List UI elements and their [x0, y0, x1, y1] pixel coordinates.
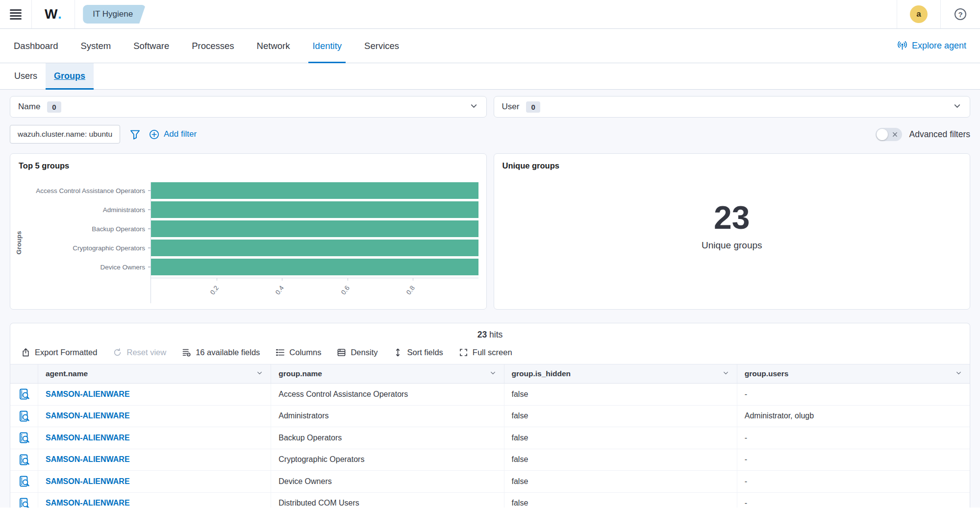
subtab-users[interactable]: Users [6, 63, 46, 89]
group-name-cell: Access Control Assistance Operators [271, 384, 503, 405]
unique-groups-label: Unique groups [494, 240, 970, 251]
name-filter-count-badge: 0 [47, 101, 61, 113]
hamburger-menu-icon [10, 9, 22, 20]
chart-title: Top 5 groups [10, 154, 486, 170]
column-header-agent-name[interactable]: agent.name [38, 364, 271, 383]
user-avatar[interactable]: a [910, 5, 928, 23]
bar[interactable] [151, 182, 478, 199]
inspect-row-button[interactable] [10, 471, 38, 492]
group-is-hidden-cell: false [504, 384, 737, 405]
user-filter-count-badge: 0 [526, 101, 540, 113]
hits-number: 23 [477, 330, 487, 339]
wazuh-logo[interactable]: W. [32, 6, 75, 22]
column-header-group-is-hidden[interactable]: group.is_hidden [504, 364, 737, 383]
group-users-cell: - [737, 471, 970, 492]
advanced-filters-toggle[interactable] [876, 128, 902, 141]
group-name-cell: Cryptographic Operators [271, 449, 503, 471]
inspect-row-button[interactable] [10, 493, 38, 508]
x-tick-label: 0.8 [398, 284, 416, 305]
agent-name-link[interactable]: SAMSON-ALIENWARE [46, 434, 130, 442]
columns-button[interactable]: Columns [276, 348, 321, 357]
sort-fields-button[interactable]: Sort fields [393, 348, 443, 357]
explore-agent-label: Explore agent [912, 41, 966, 51]
chevron-down-icon [955, 369, 962, 379]
add-filter-button[interactable]: Add filter [149, 129, 197, 140]
table-row: SAMSON-ALIENWARE Backup Operators false … [10, 427, 970, 449]
tab-network[interactable]: Network [257, 29, 290, 63]
groups-table-panel: 23 hits Export Formatted Reset view 16 a… [10, 323, 970, 508]
it-hygiene-breadcrumb-badge[interactable]: IT Hygiene [83, 5, 146, 24]
table-header-row: agent.name group.name group.is_hidden gr… [10, 364, 970, 384]
available-fields-button[interactable]: 16 available fields [182, 348, 260, 357]
group-name-cell: Device Owners [271, 471, 503, 492]
top-header: W. IT Hygiene a ? [0, 0, 980, 29]
funnel-icon [130, 129, 140, 140]
chevron-down-icon [469, 101, 478, 113]
subtab-groups[interactable]: Groups [46, 63, 94, 89]
filter-funnel-button[interactable] [130, 129, 140, 140]
help-icon[interactable]: ? [955, 8, 966, 20]
tab-software[interactable]: Software [133, 29, 169, 63]
advanced-filters-label: Advanced filters [909, 129, 970, 140]
plus-circle-icon [149, 129, 159, 140]
user-filter-label: User [502, 102, 520, 112]
density-button[interactable]: Density [337, 348, 377, 357]
logo-dot: . [58, 6, 62, 22]
agent-name-link[interactable]: SAMSON-ALIENWARE [46, 390, 130, 399]
bar-chart-labels: Access Control Assistance OperatorsAdmin… [27, 182, 151, 303]
tab-services[interactable]: Services [364, 29, 399, 63]
name-filter-label: Name [18, 102, 40, 112]
agent-name-link[interactable]: SAMSON-ALIENWARE [46, 477, 130, 486]
column-header-group-name[interactable]: group.name [271, 364, 503, 383]
chevron-down-icon [256, 369, 263, 379]
bar[interactable] [151, 259, 478, 275]
hamburger-menu-button[interactable] [0, 0, 31, 28]
bar-chart-plot: 0.20.40.60.8 [151, 182, 478, 303]
group-is-hidden-cell: false [504, 406, 737, 427]
export-formatted-button[interactable]: Export Formatted [21, 348, 97, 357]
chevron-down-icon [722, 369, 729, 379]
header-divider [75, 0, 75, 28]
tab-identity[interactable]: Identity [312, 29, 342, 63]
group-name-cell: Distributed COM Users [271, 493, 503, 508]
sort-fields-label: Sort fields [407, 348, 443, 357]
agent-name-link[interactable]: SAMSON-ALIENWARE [46, 411, 130, 420]
chevron-down-icon [953, 101, 962, 113]
inspect-row-button[interactable] [10, 406, 38, 427]
metric-panel-title: Unique groups [494, 154, 970, 170]
top5-groups-bar-chart: Groups Access Control Assistance Operato… [10, 182, 486, 303]
inspect-row-button[interactable] [10, 384, 38, 405]
tab-processes[interactable]: Processes [192, 29, 234, 63]
page-content: Name 0 User 0 wazuh.cluster.name: ubuntu… [0, 90, 980, 508]
columns-list-icon [276, 348, 285, 357]
toggle-x-icon [892, 131, 898, 140]
tab-system[interactable]: System [81, 29, 111, 63]
inspect-row-button[interactable] [10, 449, 38, 471]
group-name-cell: Administrators [271, 406, 503, 427]
module-tabs: Dashboard System Software Processes Netw… [0, 29, 980, 63]
name-filter-select[interactable]: Name 0 [10, 96, 487, 118]
unique-groups-panel: Unique groups 23 Unique groups [494, 153, 971, 310]
user-filter-select[interactable]: User 0 [494, 96, 971, 118]
logo-text: W [45, 6, 58, 22]
full-screen-label: Full screen [473, 348, 512, 357]
tab-dashboard[interactable]: Dashboard [14, 29, 58, 63]
bar[interactable] [151, 220, 478, 237]
full-screen-button[interactable]: Full screen [459, 348, 512, 357]
cluster-filter-pill[interactable]: wazuh.cluster.name: ubuntu [10, 125, 120, 144]
reset-view-button[interactable]: Reset view [113, 348, 166, 357]
group-users-cell: - [737, 384, 970, 405]
column-label: agent.name [46, 369, 88, 378]
agent-name-link[interactable]: SAMSON-ALIENWARE [46, 455, 130, 464]
bar-category-label: Administrators [27, 201, 151, 218]
agent-name-link[interactable]: SAMSON-ALIENWARE [46, 499, 130, 508]
refresh-icon [113, 348, 122, 357]
bar-category-label: Backup Operators [27, 220, 151, 237]
bar[interactable] [151, 201, 478, 218]
top5-groups-panel: Top 5 groups Groups Access Control Assis… [10, 153, 487, 310]
bar[interactable] [151, 240, 478, 256]
column-label: group.name [278, 369, 322, 378]
explore-agent-button[interactable]: Explore agent [897, 29, 966, 63]
inspect-row-button[interactable] [10, 427, 38, 449]
column-header-group-users[interactable]: group.users [737, 364, 970, 383]
